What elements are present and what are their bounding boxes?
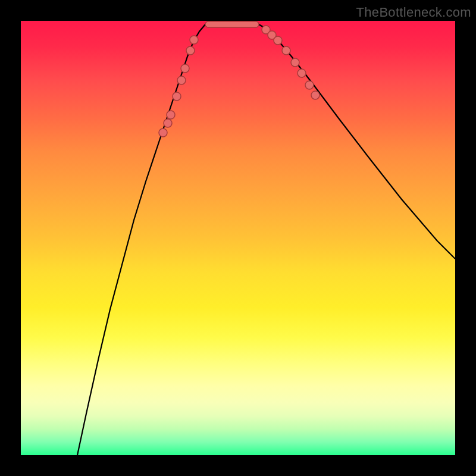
marker-dot: [181, 64, 189, 73]
marker-dot: [164, 119, 172, 127]
marker-dot: [274, 36, 282, 45]
marker-dot: [167, 111, 175, 119]
marker-dot: [173, 92, 181, 101]
markers-left: [159, 36, 198, 137]
markers-right: [262, 26, 320, 99]
curve-layer: [21, 21, 455, 455]
marker-dot: [159, 129, 167, 137]
marker-dot: [177, 76, 186, 84]
marker-dot: [190, 36, 198, 44]
marker-dot: [305, 81, 314, 89]
marker-dot: [311, 91, 320, 99]
marker-dot: [282, 46, 290, 55]
watermark-text: TheBottleneck.com: [356, 5, 471, 20]
marker-dot: [291, 58, 299, 67]
plot-area: [21, 21, 455, 455]
bottleneck-floor-band: [205, 21, 259, 27]
curve-right-arm: [259, 24, 455, 259]
marker-dot: [186, 46, 195, 55]
marker-dot: [298, 69, 306, 77]
curve-left-arm: [77, 24, 205, 455]
chart-frame: TheBottleneck.com: [0, 0, 476, 476]
